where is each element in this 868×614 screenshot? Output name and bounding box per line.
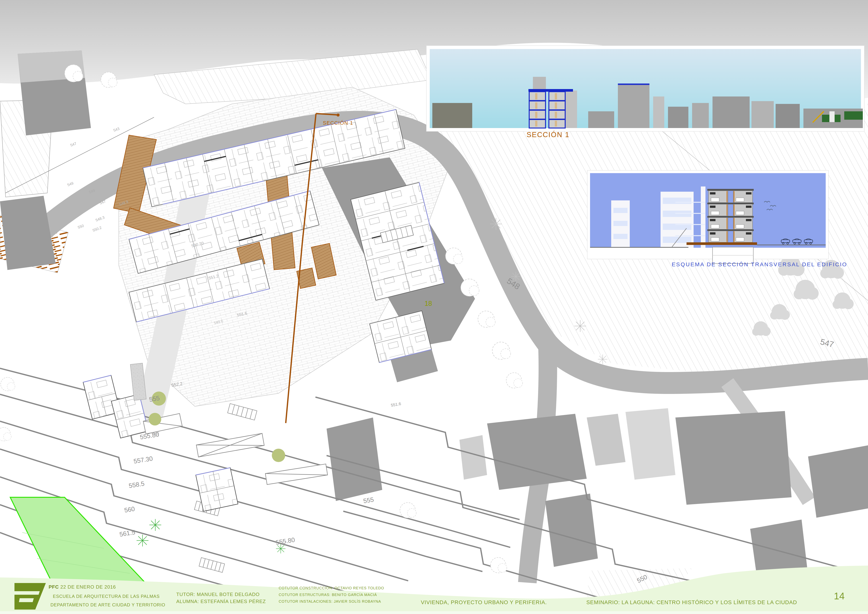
footer-bottom-strip: [0, 611, 868, 614]
footer-cotutor-structures: COTUTOR ESTRUCTURAS: BENITO GARCÍA MACIÁ: [279, 593, 377, 597]
footer-department: DEPARTAMENTO DE ARTE CIUDAD Y TERRITORIO: [50, 602, 165, 608]
site-plan-drawing: SECCIÓN 1 54754854718543547549549547548.…: [0, 0, 868, 614]
elevation-label: 18: [425, 300, 432, 307]
section-line-label: SECCIÓN 1: [323, 120, 353, 126]
inset-section1-label: SECCIÓN 1: [527, 131, 570, 139]
footer-seminar: SEMINARIO: LA LAGUNA: CENTRO HISTÓRICO Y…: [586, 599, 797, 605]
footer-cotutor-construction: COTUTOR CONSTRUCCIÓN: OCTAVIO REYES TOLE…: [279, 586, 384, 590]
project-sheet: SECCIÓN 1 54754854718543547549549547548.…: [0, 0, 868, 614]
footer-school: ESCUELA DE ARQUITECTURA DE LAS PALMAS: [53, 594, 160, 599]
footer-project-title: VIVIENDA, PROYECTO URBANO Y PERIFERIA.: [421, 599, 547, 605]
footer-student: ALUMNA: ESTEFANÍA LEMES PÉREZ: [176, 598, 266, 604]
footer-pfc-date: PFC 22 DE ENERO DE 2016: [49, 584, 116, 590]
house-terrace-c: [196, 468, 238, 511]
pfc-label: PFC: [49, 584, 59, 590]
inset-esquema-label: ESQUEMA DE SECCIÓN TRANSVERSAL DEL EDIFI…: [672, 261, 847, 268]
inset-esquema: [587, 171, 828, 264]
inset-section1: [426, 46, 864, 131]
page-number: 14: [834, 591, 845, 602]
footer-cotutor-installations: COTUTOR INSTALACIONES: JAVIER SOLÍS ROBA…: [279, 599, 381, 604]
footer-tutor: TUTOR: MANUEL BOTE DELGADO: [176, 592, 260, 597]
pfc-date: 22 DE ENERO DE 2016: [59, 584, 116, 590]
